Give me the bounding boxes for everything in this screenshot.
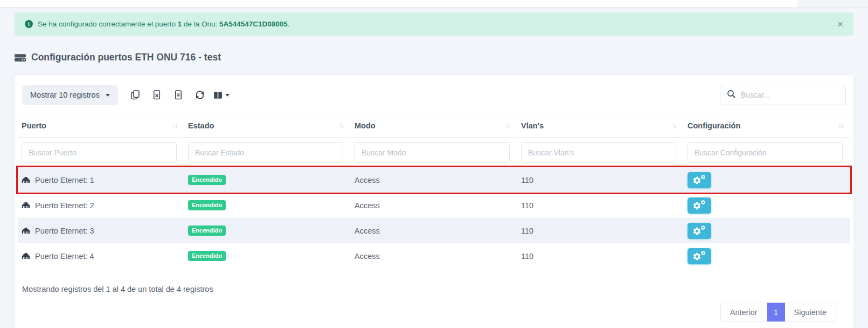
hdd-icon <box>15 53 26 62</box>
column-header-puerto[interactable]: Puerto ↑↓ <box>18 114 184 137</box>
mode-value: Access <box>355 201 380 210</box>
copy-button[interactable] <box>124 85 146 105</box>
page-content: i Se ha configurado correctamente el pue… <box>0 12 868 328</box>
vlan-value: 110 <box>521 201 533 210</box>
success-alert: i Se ha configurado correctamente el pue… <box>15 12 853 36</box>
configure-port-button[interactable] <box>688 197 711 214</box>
table-row: Puerto Eternet: 2 Encendido Access 110 <box>18 193 850 218</box>
sort-icon[interactable]: ↑↓ <box>505 122 510 129</box>
alert-close-button[interactable]: × <box>837 19 843 29</box>
sort-icon[interactable]: ↑↓ <box>838 122 843 129</box>
column-header-modo[interactable]: Modo ↑↓ <box>351 114 517 137</box>
alert-onu-id: 5A544547C1D08005 <box>219 20 288 28</box>
caret-down-icon <box>106 94 110 97</box>
records-summary: Mostrando registros del 1 al 4 de un tot… <box>22 285 846 293</box>
configure-port-button[interactable] <box>688 223 711 239</box>
previous-page-button[interactable]: Anterior <box>720 303 767 322</box>
table-row: Puerto Eternet: 3 Encendido Access 110 <box>18 218 850 243</box>
sort-icon[interactable]: ↑↓ <box>339 122 344 129</box>
configure-port-button[interactable] <box>688 248 711 264</box>
show-entries-label: Mostrar 10 registros <box>30 91 100 99</box>
show-entries-dropdown[interactable]: Mostrar 10 registros <box>22 85 118 105</box>
port-name: Puerto Eternet: 3 <box>35 227 94 235</box>
next-page-button[interactable]: Siguiente <box>785 303 836 322</box>
configure-port-button[interactable] <box>688 172 711 188</box>
page-title: Configuración puertos ETH ONU 716 - test <box>15 52 853 63</box>
status-badge: Encendido <box>188 200 226 210</box>
alert-message: Se ha configurado correctamente el puert… <box>38 20 290 28</box>
table-toolbar: Mostrar 10 registros <box>22 85 846 105</box>
pagination: Anterior 1 Siguiente <box>22 303 836 322</box>
filter-estado-input[interactable] <box>188 142 343 163</box>
search-icon <box>727 90 736 101</box>
excel-icon <box>154 91 160 99</box>
status-badge: Encendido <box>188 226 226 236</box>
port-name: Puerto Eternet: 2 <box>35 201 94 210</box>
column-visibility-button[interactable] <box>211 85 232 105</box>
info-circle-icon: i <box>25 20 33 28</box>
sort-icon[interactable]: ↑↓ <box>672 122 677 129</box>
ethernet-icon <box>22 252 30 259</box>
ports-table: Puerto ↑↓ Estado ↑↓ Modo ↑↓ Vlan's ↑↓ <box>18 114 850 269</box>
port-name: Puerto Eternet: 4 <box>35 252 94 261</box>
status-badge: Encendido <box>188 251 226 261</box>
mode-value: Access <box>355 252 380 261</box>
mode-value: Access <box>355 176 380 184</box>
ethernet-icon <box>22 227 30 234</box>
screen: i Se ha configurado correctamente el pue… <box>0 0 868 328</box>
caret-down-icon <box>225 94 230 97</box>
ethernet-icon <box>22 176 30 183</box>
top-bar-right-widget <box>797 0 868 7</box>
table-filter-row <box>18 138 850 167</box>
table-header-row: Puerto ↑↓ Estado ↑↓ Modo ↑↓ Vlan's ↑↓ <box>18 114 850 138</box>
table-row: Puerto Eternet: 1 Encendido Access 110 <box>18 167 850 193</box>
table-search <box>720 85 846 105</box>
filter-vlans-input[interactable] <box>521 142 676 163</box>
export-excel-button[interactable] <box>146 85 168 105</box>
table-row: Puerto Eternet: 4 Encendido Access 110 <box>18 243 850 269</box>
filter-configuracion-input[interactable] <box>688 142 843 163</box>
status-badge: Encendido <box>188 175 226 185</box>
table-card: Mostrar 10 registros <box>15 75 853 328</box>
close-icon: × <box>837 18 843 30</box>
vlan-value: 110 <box>521 252 533 261</box>
search-input[interactable] <box>741 91 839 99</box>
column-header-configuracion[interactable]: Configuración ↑↓ <box>684 114 850 137</box>
page-1-button[interactable]: 1 <box>767 303 785 322</box>
filter-puerto-input[interactable] <box>22 142 177 163</box>
export-file-button[interactable] <box>168 85 189 105</box>
top-bar <box>0 0 868 8</box>
column-header-estado[interactable]: Estado ↑↓ <box>184 114 351 137</box>
sort-icon[interactable]: ↑↓ <box>172 122 177 129</box>
file-text-icon <box>176 91 182 99</box>
refresh-button[interactable] <box>189 85 211 105</box>
vlan-value: 110 <box>521 227 533 235</box>
vlan-value: 110 <box>521 176 533 184</box>
ethernet-icon <box>22 202 30 209</box>
mode-value: Access <box>355 227 380 235</box>
page-title-text: Configuración puertos ETH ONU 716 - test <box>31 52 221 63</box>
port-name: Puerto Eternet: 1 <box>35 176 94 184</box>
filter-modo-input[interactable] <box>355 142 510 163</box>
copy-icon <box>131 92 137 99</box>
column-header-vlans[interactable]: Vlan's ↑↓ <box>517 114 684 137</box>
